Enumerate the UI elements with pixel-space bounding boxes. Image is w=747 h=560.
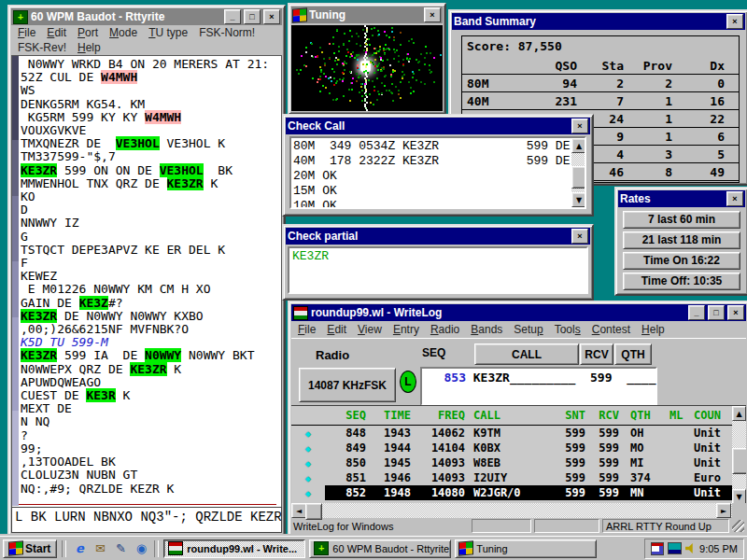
rate-item[interactable]: Time Off: 10:35: [623, 273, 740, 290]
check-call-scrollbar[interactable]: ▲ ▼: [571, 138, 585, 207]
globe-icon[interactable]: ◉: [133, 540, 149, 557]
scroll-thumb[interactable]: [732, 448, 746, 474]
maximize-button[interactable]: □: [708, 305, 725, 320]
close-icon[interactable]: ×: [726, 14, 743, 29]
log-row[interactable]: ◆851194614093I2UIY599599374Euro: [291, 470, 746, 485]
menu-item-mode[interactable]: Mode: [104, 25, 143, 40]
log-row[interactable]: ◆850194514093W8EB599599MIUnit: [291, 455, 746, 470]
compose-icon[interactable]: ✎: [112, 540, 129, 557]
noise-pixel: [391, 92, 393, 94]
menu-item-radio[interactable]: Radio: [425, 322, 465, 337]
menu-item-edit[interactable]: Edit: [321, 322, 352, 337]
menu-item-view[interactable]: View: [352, 322, 388, 337]
log-cell: W2JGR/0: [465, 486, 557, 499]
noise-pixel: [409, 58, 411, 60]
menu-item-help[interactable]: Help: [72, 40, 106, 55]
log-row[interactable]: ◆849194414104K0BX599599MOUnit: [291, 441, 746, 455]
close-button[interactable]: ×: [727, 305, 744, 320]
log-row[interactable]: ◆848194314062K9TM599599OHUnit: [291, 426, 746, 441]
menu-item-file[interactable]: File: [12, 25, 41, 40]
band-summary-titlebar[interactable]: Band Summary ×: [452, 13, 745, 30]
noise-pixel: [361, 100, 363, 102]
rcv-button[interactable]: RCV: [580, 343, 613, 365]
close-icon[interactable]: ×: [424, 7, 441, 22]
menu-item-setup[interactable]: Setup: [508, 322, 548, 337]
qso-entry-field[interactable]: 853 KE3ZR_________ 599 ____: [420, 367, 657, 406]
log-row[interactable]: ◆852194814080W2JGR/0599599MNUnit: [291, 485, 746, 500]
menu-item-edit[interactable]: Edit: [41, 25, 72, 40]
rates-titlebar[interactable]: Rates ×: [618, 190, 745, 207]
menu-item-fsk-rev-[interactable]: FSK-Rev!: [12, 40, 72, 55]
noise-pixel: [366, 76, 368, 77]
check-partial-list[interactable]: KE3ZR: [288, 246, 588, 294]
check-call-list[interactable]: 80M 349 0534Z KE3ZR 599 DE40M 178 2322Z …: [289, 136, 586, 209]
volume-icon[interactable]: [685, 543, 696, 553]
start-button[interactable]: Start: [3, 539, 57, 558]
noise-pixel: [366, 96, 368, 98]
band-col-dx: Dx: [672, 59, 725, 73]
log-cell: 599: [585, 427, 619, 440]
task-button-label: roundup99.wl - Write...: [187, 543, 297, 554]
resize-grip[interactable]: [732, 520, 744, 532]
rate-item[interactable]: 21 last 118 min: [623, 231, 740, 249]
rate-item[interactable]: Time On 16:22: [623, 252, 740, 270]
close-icon[interactable]: ×: [571, 229, 588, 244]
frequency-mode-button[interactable]: 14087 KHzFSK: [299, 368, 396, 402]
minimize-button[interactable]: _: [688, 305, 705, 320]
scroll-up-icon[interactable]: ▲: [571, 138, 586, 153]
scroll-right-icon[interactable]: ►: [716, 503, 731, 518]
close-icon[interactable]: ×: [571, 119, 588, 133]
close-icon[interactable]: ×: [726, 191, 743, 206]
noise-pixel: [333, 77, 335, 79]
noise-pixel: [392, 100, 394, 102]
noise-pixel: [403, 74, 405, 76]
band-cell: 1: [624, 130, 672, 144]
menu-item-port[interactable]: Port: [72, 25, 104, 40]
check-call-titlebar[interactable]: Check Call ×: [286, 118, 590, 134]
writelog-titlebar[interactable]: roundup99.wl - WriteLog _ □ ×: [291, 304, 746, 321]
task-button-roundup99-wl-write-[interactable]: roundup99.wl - Write...: [163, 539, 305, 558]
close-button[interactable]: ×: [263, 9, 280, 24]
scroll-down-icon[interactable]: ▼: [732, 489, 746, 504]
log-vertical-scrollbar[interactable]: ▲ ▼: [732, 406, 746, 504]
task-button-60-wpm-baudot-rttyrite[interactable]: +60 WPM Baudot - Rttyrite: [309, 539, 451, 558]
scroll-up-icon[interactable]: ▲: [732, 406, 746, 421]
log-grid[interactable]: SEQTIMEFREQCALLSNTRCVQTHMLCOUN ◆84819431…: [291, 405, 746, 504]
menu-item-fsk-norm-[interactable]: FSK-Norm!: [193, 25, 261, 40]
check-partial-titlebar[interactable]: Check partial ×: [286, 228, 590, 245]
minimize-button[interactable]: _: [224, 9, 241, 24]
menu-item-entry[interactable]: Entry: [388, 322, 425, 337]
noise-pixel: [347, 51, 349, 53]
schedule-icon[interactable]: [651, 542, 664, 555]
noise-pixel: [334, 60, 336, 62]
scroll-left-icon[interactable]: ◄: [291, 503, 306, 518]
tuning-titlebar[interactable]: Tuning ×: [291, 7, 443, 23]
rttyrite-terminal[interactable]: N0WWY WRKD B4 ON 20 MERERS AT 21:52Z CUL…: [11, 55, 282, 509]
noise-pixel: [365, 70, 367, 72]
network-icon[interactable]: [668, 542, 682, 554]
maximize-button[interactable]: □: [244, 9, 261, 24]
rttyrite-transmit-line[interactable]: L BK LURN NBNXO NQ3"-; QRZLDE KEZR K: [11, 507, 282, 533]
qth-button[interactable]: QTH: [614, 343, 652, 365]
noise-pixel: [420, 53, 422, 55]
menu-item-help[interactable]: Help: [636, 322, 670, 337]
menu-item-bands[interactable]: Bands: [465, 322, 508, 337]
scroll-thumb[interactable]: [571, 166, 586, 189]
menu-item-tu-type[interactable]: TU type: [143, 25, 193, 40]
menu-item-file[interactable]: File: [292, 322, 321, 337]
menu-item-contest[interactable]: Contest: [586, 322, 636, 337]
rate-item[interactable]: 7 last 60 min: [623, 211, 740, 229]
task-button-tuning[interactable]: Tuning: [455, 539, 597, 558]
scroll-down-icon[interactable]: ▼: [571, 192, 586, 207]
clock[interactable]: 9:05 PM: [699, 543, 738, 554]
call-button[interactable]: CALL: [474, 343, 579, 365]
ie-icon[interactable]: e: [71, 540, 88, 557]
rttyrite-titlebar[interactable]: + 60 WPM Baudot - Rttyrite _ □ ×: [11, 8, 282, 25]
noise-pixel: [374, 48, 375, 49]
mail-icon[interactable]: ✉: [92, 540, 108, 557]
menu-item-tools[interactable]: Tools: [549, 322, 586, 337]
noise-pixel: [388, 49, 390, 50]
noise-pixel: [336, 98, 338, 100]
log-horizontal-scrollbar[interactable]: ◄ ►: [291, 503, 746, 518]
log-cell: 848: [325, 427, 366, 440]
